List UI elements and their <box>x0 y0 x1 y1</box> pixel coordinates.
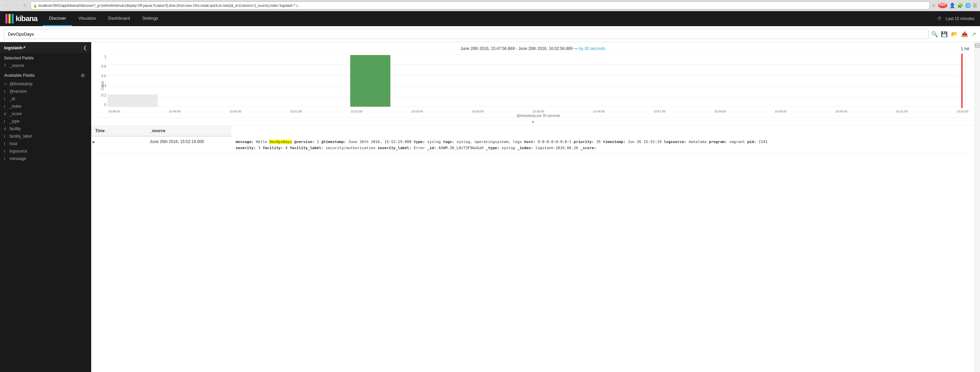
id-type-icon: t <box>4 97 8 101</box>
browser-chrome: ← → ↻ 🔒 localhost:5601/app/kibana#/disco… <box>0 0 980 11</box>
sidebar-index-header: logstash-* ❮ <box>0 42 91 53</box>
field-version[interactable]: t @version <box>0 88 91 95</box>
menu-icon[interactable]: ☰ <box>973 3 977 8</box>
field-id[interactable]: t _id <box>0 95 91 103</box>
extensions-icon[interactable]: 🧩 <box>957 3 963 8</box>
field-facility-label[interactable]: t facility_label <box>0 133 91 140</box>
chart-title-sep: — <box>574 46 579 51</box>
message-name: message <box>10 156 26 161</box>
fields-gear-button[interactable]: ⚙ <box>79 72 87 79</box>
source-type-icon: ? <box>4 64 8 68</box>
results-area: Time ↓ _source ▶ June 26th 2016, 15:52:1 <box>91 126 975 372</box>
source-column-header[interactable]: _source <box>146 126 231 136</box>
forward-button[interactable]: → <box>12 2 20 9</box>
right-collapse-button[interactable]: ❯ <box>975 43 980 47</box>
at-timestamp-key: @timestamp: <box>321 139 346 144</box>
nav-settings[interactable]: Settings <box>136 11 164 26</box>
pid-key: pid: <box>747 139 756 144</box>
back-button[interactable]: ← <box>3 2 10 9</box>
field-index[interactable]: t _index <box>0 103 91 110</box>
field-logsource[interactable]: t logsource <box>0 147 91 155</box>
reload-button[interactable]: ↻ <box>22 2 29 9</box>
bookmark-icon[interactable]: ☆ <box>932 3 936 8</box>
save-search-button[interactable]: 💾 <box>941 31 948 37</box>
facility-label-key: facility_label: <box>290 146 323 150</box>
program-val: vagrant <box>729 139 745 144</box>
search-submit-button[interactable]: 🔍 <box>931 31 938 37</box>
nav-visualize[interactable]: Visualize <box>72 11 102 26</box>
doc-id-key: _id: <box>427 146 436 150</box>
share-search-button[interactable]: 📤 <box>961 31 968 37</box>
lock-icon: 🔒 <box>33 4 37 8</box>
timestamp-key: timestamp: <box>603 139 625 144</box>
chart-inner: Count <box>108 54 969 117</box>
x-tick-10: 15:57:00 <box>654 110 666 113</box>
available-fields-label: Available Fields <box>4 73 35 78</box>
source-field-name: _source <box>10 63 24 68</box>
field-timestamp[interactable]: ⊙ @timestamp <box>0 80 91 88</box>
field-host[interactable]: t host <box>0 140 91 147</box>
hit-count: 1 hit <box>961 46 969 51</box>
x-tick-4: 15:51:00 <box>290 110 302 113</box>
search-input[interactable] <box>4 29 929 39</box>
facility-label-val: security/authorization <box>326 146 375 150</box>
severity-val: 3 <box>258 146 261 150</box>
chart-title-start: June 26th 2016, 15:47:56.869 - June 26th… <box>460 46 573 51</box>
field-message[interactable]: t message <box>0 155 91 162</box>
source-field-item[interactable]: ? _source <box>0 62 91 69</box>
timestamp-val: Jun 26 15:52:19 <box>628 139 662 144</box>
by-seconds-link[interactable]: by 30 seconds <box>579 46 605 51</box>
load-search-button[interactable]: 📂 <box>951 31 958 37</box>
x-tick-8: 15:55:00 <box>532 110 544 113</box>
table-header-row: Time ↓ _source <box>91 126 975 136</box>
index-name-field: _index <box>10 104 21 109</box>
y-tick-1: 1 <box>104 55 106 59</box>
logo-text: kibana <box>16 14 37 23</box>
field-type-item[interactable]: t _type <box>0 117 91 125</box>
facility-label-type-icon: t <box>4 135 8 138</box>
type-key: type: <box>414 139 425 144</box>
x-tick-7: 15:54:00 <box>472 110 484 113</box>
x-tick-15: 16:02:00 <box>956 110 969 113</box>
type-type-icon: t <box>4 120 8 123</box>
logsource-key: logsource: <box>664 139 686 144</box>
at-timestamp-val: June 26th 2016, 15:52:19.000 <box>348 139 411 144</box>
sidebar-collapse-button[interactable]: ❮ <box>83 45 87 50</box>
abp-icon[interactable]: ABP <box>938 3 947 8</box>
field-score[interactable]: # _score <box>0 110 91 117</box>
type-name: _type <box>10 119 19 123</box>
y-tick-06: 0.6 <box>102 74 106 78</box>
expand-row-button[interactable]: ▶ <box>92 140 95 144</box>
sidebar: logstash-* ❮ Selected Fields ? _source A… <box>0 42 91 372</box>
address-bar[interactable]: 🔒 localhost:5601/app/kibana#/discover?_g… <box>30 2 930 9</box>
severity-label-val: Error <box>414 146 425 150</box>
timestamp-type-icon: ⊙ <box>4 82 8 86</box>
version-name: @version <box>10 89 27 94</box>
doc-type-val: syslog <box>501 146 515 150</box>
x-tick-12: 15:59:00 <box>775 110 787 113</box>
collapse-chart-button[interactable]: ∧ <box>97 117 969 125</box>
doc-id-val: AVWM-30_L8zT3F9AoGa9 <box>439 146 484 150</box>
x-tick-13: 16:00:00 <box>835 110 847 113</box>
tags-key: tags: <box>443 139 454 144</box>
globe-icon[interactable]: 🌐 <box>965 3 971 8</box>
nav-dashboard[interactable]: Dashboard <box>102 11 136 26</box>
new-search-button[interactable]: ↗ <box>972 31 976 37</box>
host-type-icon: t <box>4 142 8 146</box>
nav-discover[interactable]: Discover <box>43 11 73 26</box>
timestamp-name: @timestamp <box>10 82 33 86</box>
expand-cell[interactable]: ▶ <box>91 136 146 154</box>
x-tick-2: 15:49:00 <box>169 110 181 113</box>
time-column-header[interactable]: Time ↓ <box>91 126 146 136</box>
field-facility[interactable]: # facility <box>0 125 91 133</box>
severity-label-key: severity_label: <box>378 146 411 150</box>
chart-area: 1 hit June 26th 2016, 15:47:56.869 - Jun… <box>91 42 975 126</box>
available-fields-header: Available Fields ⚙ <box>0 69 91 80</box>
profile-icon[interactable]: 👤 <box>950 3 955 8</box>
x-axis-ticks: 15:48:00 15:49:00 15:50:00 15:51:00 15:5… <box>108 110 969 113</box>
logsource-val: datalake <box>689 139 707 144</box>
available-fields-section: Available Fields ⚙ ⊙ @timestamp t @versi… <box>0 69 91 162</box>
chart-wrapper: 1 0.8 0.6 0.4 0.2 0 Count <box>97 54 969 117</box>
clock-icon: ⏱ <box>937 16 942 21</box>
time-column-label: Time <box>95 128 105 133</box>
